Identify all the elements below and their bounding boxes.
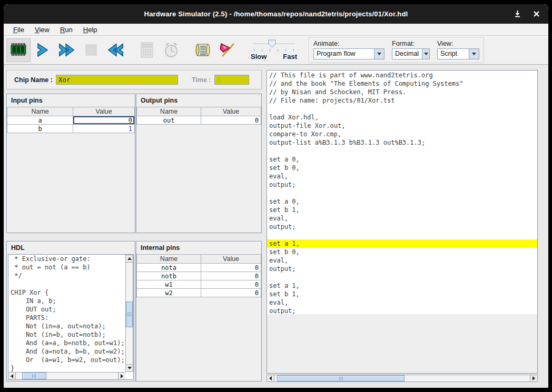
code-line: set a 0,	[267, 155, 537, 164]
single-step-button[interactable]	[31, 38, 55, 62]
current-script-line: set a 1,	[267, 239, 537, 248]
code-line	[8, 280, 125, 288]
pin-value-cell[interactable]: 0	[201, 289, 261, 297]
calculator-icon	[138, 41, 156, 59]
hdl-horizontal-scrollbar[interactable]	[8, 372, 125, 379]
scroll-left-icon[interactable]	[8, 373, 16, 379]
code-line	[267, 147, 537, 155]
code-line: Or (a=w1, b=w2, out=out);	[8, 356, 125, 364]
scroll-up-icon[interactable]	[126, 255, 133, 263]
close-icon[interactable]	[531, 9, 541, 19]
internal-pins-table[interactable]: NameValuenota0notb0w10w20	[136, 254, 261, 297]
pin-name-cell: a	[7, 116, 73, 125]
menu-item-file[interactable]: File	[9, 25, 28, 35]
code-line: CHIP Xor {	[8, 288, 125, 297]
clock-icon	[162, 41, 180, 59]
scroll-down-icon[interactable]	[126, 364, 133, 371]
pin-name-cell: b	[7, 125, 73, 133]
stop-button	[79, 38, 103, 62]
code-line: set b 1,	[267, 206, 537, 214]
step-forward-icon	[34, 41, 52, 59]
minimize-icon[interactable]	[512, 9, 522, 19]
table-row: w20	[137, 289, 261, 297]
reset-button[interactable]	[103, 38, 127, 62]
time-label: Time :	[192, 76, 211, 84]
time-field: 0	[214, 75, 249, 85]
menu-bar: FileViewRunHelp	[4, 24, 548, 36]
column-header-value: Value	[201, 255, 261, 264]
menu-item-help[interactable]: Help	[79, 25, 102, 35]
code-line	[267, 231, 537, 239]
load-chip-button[interactable]	[6, 38, 31, 62]
code-line: * Exclusive-or gate:	[8, 255, 125, 263]
output-pins-title: Output pins	[136, 94, 261, 106]
code-line: load Xor.hdl,	[267, 113, 537, 122]
pin-value-cell[interactable]: 1	[73, 125, 135, 133]
hdl-hscroll-thumb[interactable]	[22, 373, 47, 379]
hdl-vertical-scrollbar[interactable]	[125, 255, 133, 372]
output-pins-table[interactable]: NameValueout0	[136, 107, 261, 125]
pin-value-cell[interactable]: 0	[201, 280, 261, 289]
speed-slider[interactable]: Slow Fast	[251, 38, 297, 62]
slider-thumb[interactable]	[268, 39, 276, 48]
script-hscroll-thumb[interactable]	[277, 375, 405, 381]
view-dropdown[interactable]: Script	[437, 48, 479, 59]
code-line: output-list a%B3.1.3 b%B3.1.3 out%B3.1.3…	[267, 138, 537, 147]
dropdown-value: Program flow	[314, 49, 374, 59]
hdl-code-view[interactable]: * Exclusive-or gate: * out = not (a == b…	[8, 254, 134, 380]
code-line: output;	[267, 180, 537, 189]
chip-name-field[interactable]: Xor	[56, 75, 178, 85]
script-view[interactable]: // This file is part of www.nand2tetris.…	[267, 70, 538, 374]
title-bar[interactable]: Hardware Simulator (2.5) - /home/thomas/…	[4, 4, 548, 24]
chip-name-bar: Chip Name : Xor Time : 0	[6, 70, 262, 89]
chevron-down-icon[interactable]	[422, 49, 429, 59]
code-line: // File name: projects/01/Xor.tst	[267, 96, 537, 105]
table-row: w10	[137, 280, 261, 289]
hdl-vscroll-thumb[interactable]	[126, 301, 133, 327]
chevron-down-icon[interactable]	[374, 49, 384, 59]
pin-value-cell[interactable]: 0	[73, 116, 135, 125]
slider-ticks	[254, 49, 294, 52]
pin-name-cell: out	[137, 116, 201, 125]
toolbar-buttons	[6, 38, 239, 62]
combo-unit-view: View:Script	[437, 40, 479, 59]
run-button[interactable]	[55, 38, 79, 62]
code-line: eval,	[267, 298, 537, 307]
pin-name-cell: w2	[137, 289, 201, 297]
breakpoints-button[interactable]	[215, 38, 239, 62]
code-line: eval,	[267, 172, 537, 180]
clock-button	[159, 38, 183, 62]
code-line: eval,	[267, 256, 537, 265]
pin-value-cell[interactable]: 0	[201, 116, 261, 125]
code-line: output-file Xor.out,	[267, 122, 537, 130]
column-header-name: Name	[7, 107, 73, 116]
app-window: Hardware Simulator (2.5) - /home/thomas/…	[4, 4, 548, 388]
code-line: */	[8, 272, 125, 280]
menu-item-run[interactable]: Run	[56, 25, 77, 35]
column-header-name: Name	[137, 107, 201, 116]
input-pins-table[interactable]: NameValuea0b1	[7, 107, 135, 133]
format-dropdown[interactable]: Decimal	[392, 48, 430, 59]
flag-icon	[218, 41, 236, 59]
view-script-button[interactable]	[191, 38, 215, 62]
menu-item-view[interactable]: View	[31, 25, 54, 35]
code-line: PARTS:	[8, 314, 125, 322]
scroll-right-icon[interactable]	[530, 375, 537, 381]
code-line: Not (in=b, out=notb);	[8, 330, 125, 339]
calculator-button	[135, 38, 159, 62]
chip-icon	[9, 41, 27, 59]
scroll-left-icon[interactable]	[267, 375, 274, 381]
pin-value-cell[interactable]: 0	[201, 264, 261, 272]
code-line	[267, 273, 537, 282]
chip-name-label: Chip Name :	[14, 76, 53, 84]
code-line	[267, 189, 537, 197]
chevron-down-icon[interactable]	[469, 49, 479, 59]
animate-dropdown[interactable]: Program flow	[313, 48, 385, 59]
script-horizontal-scrollbar[interactable]	[267, 375, 538, 382]
table-row: b1	[7, 125, 135, 133]
slider-fast-label: Fast	[283, 53, 297, 61]
pin-value-cell[interactable]: 0	[201, 272, 261, 280]
combo-label: Format:	[392, 40, 430, 47]
scroll-icon	[194, 41, 212, 59]
scroll-right-icon[interactable]	[118, 373, 125, 379]
